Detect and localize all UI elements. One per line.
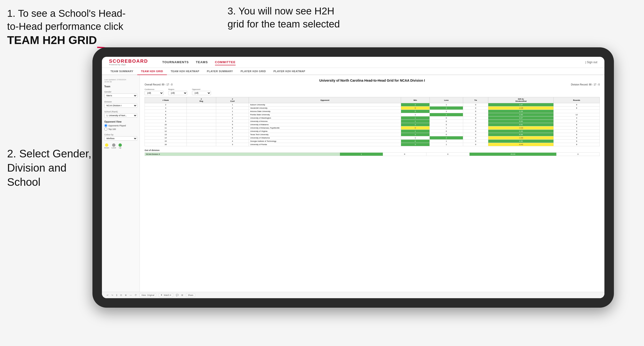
ood-loss: 0 <box>383 153 426 156</box>
td-win: 1 <box>401 136 430 140</box>
td-rank: 10 <box>145 123 187 126</box>
sub-nav-team-h2h-heatmap[interactable]: TEAM H2H HEATMAP <box>167 68 203 75</box>
nav-item-teams[interactable]: TEAMS <box>196 59 208 65</box>
tablet-screen: SCOREBOARD Powered by clippi TOURNAMENTS… <box>102 57 604 298</box>
region-filter-select[interactable]: (All) <box>168 91 187 95</box>
td-win: 1 <box>401 130 430 133</box>
th-tie: Tie <box>463 97 488 103</box>
comment-icon[interactable]: 💬 <box>176 294 178 296</box>
legend-up-label: Up <box>119 147 121 149</box>
sidebar-colour-label: Colour by <box>104 134 137 136</box>
td-win: 1 <box>401 116 430 120</box>
td-tie: 0 <box>463 123 488 126</box>
td-conf: 2 <box>216 107 249 110</box>
td-diff: 1.67 <box>488 103 554 107</box>
colour-select[interactable]: Win/loss <box>104 136 137 141</box>
grid-icon[interactable]: ⊞ <box>181 294 183 296</box>
td-reg <box>186 130 216 133</box>
radio-top100[interactable]: Top 100 <box>104 128 137 131</box>
td-conf: 1 <box>216 133 249 136</box>
annotation-2-line3: School <box>7 176 40 188</box>
td-reg <box>186 113 216 116</box>
td-opponent: University of Washington <box>249 116 401 120</box>
td-reg <box>186 126 216 130</box>
td-rank: 4 <box>145 110 187 113</box>
overall-record: Overall Record: 89 - 17 - 0 <box>144 83 172 86</box>
sidebar-school-section: School (Rank) 1. University of Nort... <box>104 111 137 118</box>
td-conf: 2 <box>216 113 249 116</box>
td-opponent: University of Florida <box>249 143 401 146</box>
clock-icon[interactable]: ⏱ <box>135 294 137 296</box>
sub-nav-team-h2h-grid[interactable]: TEAM H2H GRID <box>137 68 167 75</box>
sidebar-opponent-view-label: Opponent View <box>104 121 137 123</box>
td-conf: 5 <box>216 123 249 126</box>
td-reg <box>186 110 216 113</box>
td-conf: 1 <box>216 110 249 113</box>
legend-down-dot <box>105 143 108 147</box>
conference-filter-select[interactable]: (All) <box>144 91 164 95</box>
annotation-1-line1: 1. To see a School's Head- <box>7 8 126 19</box>
h2h-table: # Rank #Reg #Conf Opponent Win Loss Tie … <box>144 97 600 146</box>
td-opponent: Florida State University <box>249 113 401 116</box>
td-loss: 0 <box>430 130 463 133</box>
sub-nav-player-h2h-grid[interactable]: PLAYER H2H GRID <box>237 68 270 75</box>
sub-nav-team-summary[interactable]: TEAM SUMMARY <box>107 68 137 75</box>
opponent-filter-select[interactable]: (All) <box>192 91 211 95</box>
sign-out[interactable]: | Sign out <box>586 61 597 64</box>
radio-opponents-played[interactable]: Opponents Played <box>104 124 137 127</box>
sidebar-gender-label: Gender <box>104 91 137 93</box>
out-of-division-label: Out of division <box>144 149 600 152</box>
view-original-btn[interactable]: View: Original <box>140 293 156 297</box>
th-opponent: Opponent <box>249 97 401 103</box>
td-tie: 0 <box>463 120 488 123</box>
redo-icon[interactable]: ↪ <box>112 294 113 296</box>
td-win: 5 <box>401 110 430 113</box>
td-opponent: Vanderbilt University <box>249 107 401 110</box>
color-legend: Down Level Up <box>104 143 137 149</box>
sidebar-division-section: Division NCAA Division I <box>104 101 137 108</box>
sub-nav-player-h2h-heatmap[interactable]: PLAYER H2H HEATMAP <box>270 68 309 75</box>
division-select[interactable]: NCAA Division I <box>104 103 137 108</box>
table-row: 14 2 University of Oklahoma 1 2 0 -1.00 … <box>145 136 600 140</box>
td-opponent: Georgia Institute of Technology <box>249 140 401 143</box>
logo-area: SCOREBOARD Powered by clippi <box>109 59 148 66</box>
filter-region-label: Region <box>168 88 187 90</box>
table-row: 4 1 Arizona State University 5 1 0 2.29 <box>145 110 600 113</box>
td-win: 3 <box>401 143 430 146</box>
td-rounds: 3 <box>554 126 600 130</box>
forward-icon[interactable]: ⟫ <box>116 294 117 296</box>
td-loss: 1 <box>430 140 463 143</box>
td-rounds: 8 <box>554 123 600 126</box>
table-row: 8 2 University of Washington 1 0 0 3.67 … <box>145 116 600 120</box>
th-rounds: Rounds <box>554 97 600 103</box>
td-rounds: 9 <box>554 136 600 140</box>
th-rank: # Rank <box>145 97 187 103</box>
td-loss: 4 <box>430 107 463 110</box>
td-conf: 6 <box>216 126 249 130</box>
watch-btn[interactable]: 👁 Watch ▾ <box>159 293 173 297</box>
out-of-division-table: NCAA Division II 1 0 0 26.00 3 <box>144 153 600 156</box>
nav-item-tournaments[interactable]: TOURNAMENTS <box>162 59 189 65</box>
table-row: 13 1 Texas Tech University 3 0 0 5.56 9 <box>145 133 600 136</box>
td-diff: 4.50 <box>488 140 554 143</box>
crop-icon[interactable]: ⊡ <box>120 294 122 296</box>
gender-select[interactable]: Men's <box>104 93 137 98</box>
th-reg: #Reg <box>186 97 216 103</box>
td-diff: -4.33 <box>488 126 554 130</box>
undo-icon[interactable]: ↩ <box>107 294 108 296</box>
plus-icon[interactable]: ⊕ <box>125 294 127 296</box>
td-diff: -6.42 <box>488 143 554 146</box>
sidebar: Last Updated: 27/03/2024 16:55:38 Team G… <box>102 75 140 292</box>
sub-nav-player-summary[interactable]: PLAYER SUMMARY <box>203 68 237 75</box>
ood-rounds: 3 <box>556 153 600 156</box>
td-tie: 0 <box>463 110 488 113</box>
minus-icon[interactable]: — <box>130 294 132 296</box>
school-select[interactable]: 1. University of Nort... <box>104 113 137 118</box>
nav-item-committee[interactable]: COMMITTEE <box>215 59 236 65</box>
td-rounds: 3 <box>554 130 600 133</box>
share-btn[interactable]: Share <box>186 293 195 297</box>
td-loss: 0 <box>430 120 463 123</box>
td-rounds: 9 <box>554 140 600 143</box>
out-of-division: Out of division NCAA Division II 1 0 0 2… <box>144 149 600 156</box>
td-opponent: Auburn University <box>249 103 401 107</box>
